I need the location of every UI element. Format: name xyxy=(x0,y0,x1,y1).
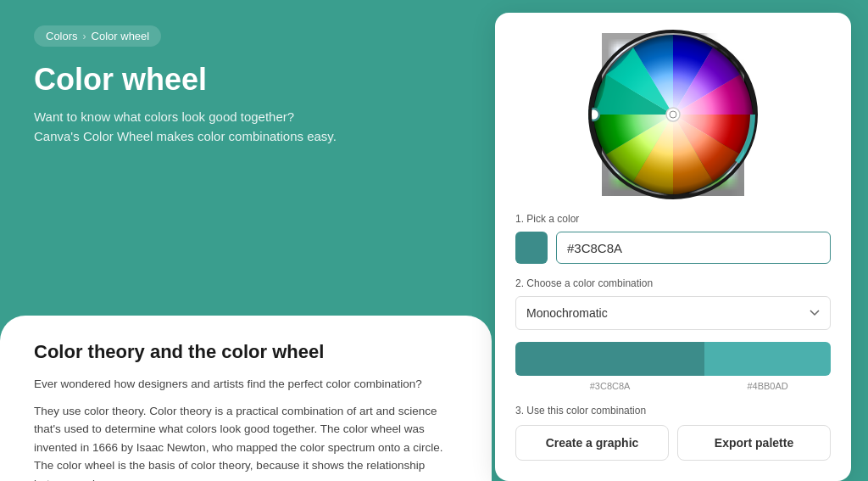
step3-label: 3. Use this color combination xyxy=(515,405,831,417)
palette-segment-1 xyxy=(515,342,704,376)
svg-point-5 xyxy=(666,108,680,121)
color-swatch[interactable] xyxy=(515,232,548,264)
color-picker-row xyxy=(515,232,831,264)
step1-label: 1. Pick a color xyxy=(515,213,831,225)
color-wheel-container xyxy=(515,30,831,199)
left-panel: Colors › Color wheel Color wheel Want to… xyxy=(0,0,483,171)
page-title: Color wheel xyxy=(34,62,449,98)
theory-section: Color theory and the color wheel Ever wo… xyxy=(0,316,492,481)
page-subtitle: Want to know what colors look good toget… xyxy=(34,108,449,146)
export-palette-button[interactable]: Export palette xyxy=(677,425,831,461)
theory-title: Color theory and the color wheel xyxy=(34,341,458,363)
color-tool-panel: 1. Pick a color 2. Choose a color combin… xyxy=(495,13,851,481)
breadcrumb: Colors › Color wheel xyxy=(34,25,161,47)
theory-paragraph-2: They use color theory. Color theory is a… xyxy=(34,402,458,481)
theory-paragraph-1: Ever wondered how designers and artists … xyxy=(34,375,458,394)
breadcrumb-colors[interactable]: Colors xyxy=(46,30,78,42)
step2-label: 2. Choose a color combination xyxy=(515,277,831,289)
palette-labels: #3C8C8A #4BB0AD xyxy=(515,381,831,391)
color-hex-input[interactable] xyxy=(556,232,831,264)
palette-label-2: #4BB0AD xyxy=(704,381,831,391)
color-wheel[interactable] xyxy=(588,30,758,199)
create-graphic-button[interactable]: Create a graphic xyxy=(515,425,669,461)
breadcrumb-separator: › xyxy=(83,31,86,42)
combination-select[interactable]: Monochromatic Complementary Analogous Tr… xyxy=(515,296,831,330)
breadcrumb-colorwheel: Color wheel xyxy=(92,30,150,42)
action-buttons: Create a graphic Export palette xyxy=(515,425,831,461)
palette-label-1: #3C8C8A xyxy=(515,381,704,391)
color-palette-bar xyxy=(515,342,831,376)
palette-segment-2 xyxy=(704,342,831,376)
